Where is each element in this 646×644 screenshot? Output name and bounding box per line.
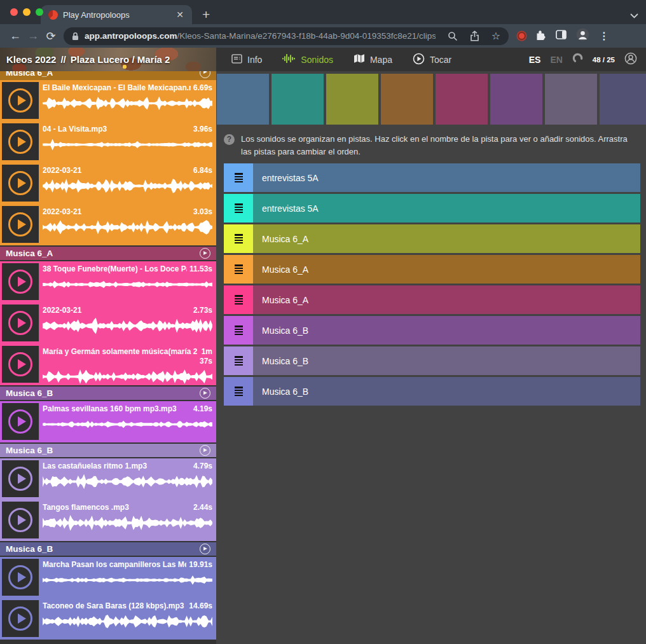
track-color-swatch[interactable] [271,74,324,125]
track-row[interactable]: entrevistas 5A [224,194,640,223]
nav-item-mapa[interactable]: Mapa [354,53,392,65]
clip-waveform[interactable] [43,136,212,153]
drag-handle[interactable] [224,316,253,345]
track-row[interactable]: entrevistas 5A [224,163,640,192]
nav-item-label: Info [247,55,262,65]
track-name[interactable]: Musica 6_B [253,377,640,406]
section-play-icon[interactable] [200,544,210,554]
track-row[interactable]: Musica 6_B [224,346,640,375]
clip-waveform[interactable] [43,276,212,293]
track-name[interactable]: Musica 6_A [253,255,640,284]
language-es-button[interactable]: ES [529,55,541,65]
clip-duration: 1m37s [200,347,212,366]
clip-section-header[interactable]: Musica 6_A [0,247,216,260]
drag-handle[interactable] [224,346,253,375]
back-button[interactable]: ← [6,29,24,43]
drag-handle[interactable] [224,255,253,284]
section-play-icon[interactable] [200,388,210,399]
track-color-swatch[interactable] [490,74,542,125]
clip-name: 04 - La Visita.mp3 [43,125,191,134]
track-name[interactable]: Musica 6_B [253,346,640,375]
track-name[interactable]: entrevistas 5A [253,163,640,192]
clip-waveform[interactable] [43,613,212,630]
clip-waveform[interactable] [43,317,212,334]
account-icon[interactable] [624,52,637,67]
clip-waveform[interactable] [43,219,212,236]
clip-play-button[interactable] [2,206,39,243]
track-row[interactable]: Musica 6_B [224,316,640,345]
clip-waveform[interactable] [43,473,212,490]
browser-tab[interactable]: Play Antropoloops ✕ [41,5,192,24]
minimize-window-button[interactable] [23,8,31,16]
breadcrumb-project[interactable]: Kleos 2022 [6,54,56,65]
language-en-button[interactable]: EN [550,55,562,65]
track-row[interactable]: Musica 6_B [224,377,640,406]
clip-row: 2022-03-21 6.84s [0,163,216,204]
address-bar[interactable]: app.antropoloops.com/Kleos-Santa-Marina/… [64,27,509,45]
lock-icon [72,32,79,41]
track-row[interactable]: Musica 6_A [224,224,640,253]
clip-section-header[interactable]: Musica 6_A [0,71,216,80]
track-color-swatch[interactable] [217,74,269,125]
clip-play-button[interactable] [2,559,39,596]
browser-profile-avatar[interactable] [576,28,589,44]
drag-handle[interactable] [224,194,253,223]
new-tab-button[interactable]: + [202,7,210,22]
section-play-icon[interactable] [200,248,210,259]
clip-play-button[interactable] [2,123,39,160]
clip-waveform[interactable] [43,95,212,112]
share-icon[interactable] [470,31,479,41]
clip-play-button[interactable] [2,460,39,497]
clip-waveform[interactable] [43,177,212,195]
clip-section-header[interactable]: Musica 6_B [0,387,216,400]
drag-handle[interactable] [224,224,253,253]
clip-section-header[interactable]: Musica 6_B [0,542,216,556]
track-color-swatch[interactable] [326,74,378,125]
extensions-puzzle-icon[interactable] [535,29,546,43]
track-name[interactable]: Musica 6_B [253,316,640,345]
drag-handle[interactable] [224,285,253,314]
clip-play-button[interactable] [2,165,39,202]
play-icon [8,311,32,335]
fullscreen-window-button[interactable] [36,8,43,16]
track-color-swatch[interactable] [436,74,488,125]
info-icon [231,54,242,65]
nav-item-info[interactable]: Info [231,54,262,65]
clip-waveform[interactable] [43,368,212,385]
clip-play-button[interactable] [2,305,39,341]
section-play-icon[interactable] [200,71,210,78]
bookmark-star-icon[interactable]: ☆ [491,30,500,42]
clip-waveform[interactable] [43,572,212,589]
clip-play-button[interactable] [2,346,39,383]
side-panel-icon[interactable] [556,30,567,42]
close-window-button[interactable] [10,8,18,16]
drag-handle[interactable] [224,163,253,192]
browser-menu-kebab-icon[interactable]: ⋮ [599,30,609,42]
nav-item-tocar[interactable]: Tocar [413,53,451,67]
track-color-swatch[interactable] [381,74,433,125]
clip-play-button[interactable] [2,600,39,637]
clip-waveform[interactable] [43,514,212,531]
record-extension-icon[interactable] [518,32,526,40]
track-color-swatch[interactable] [545,74,597,125]
track-row[interactable]: Musica 6_A [224,255,640,284]
forward-button[interactable]: → [24,29,42,43]
tab-search-chevron-icon[interactable] [630,10,638,21]
tab-close-icon[interactable]: ✕ [174,10,186,20]
clip-waveform[interactable] [43,416,212,433]
section-play-icon[interactable] [200,445,210,456]
clip-play-button[interactable] [2,263,39,300]
reload-button[interactable]: ⟳ [42,29,60,43]
nav-item-sonidos[interactable]: Sonidos [282,53,333,65]
track-color-swatch[interactable] [600,74,646,125]
clip-play-button[interactable] [2,82,39,119]
clip-section-header[interactable]: Musica 6_B [0,444,216,457]
clip-play-button[interactable] [2,403,39,440]
track-name[interactable]: Musica 6_A [253,285,640,314]
drag-handle[interactable] [224,377,253,406]
track-row[interactable]: Musica 6_A [224,285,640,314]
track-name[interactable]: entrevistas 5A [253,194,640,223]
clip-play-button[interactable] [2,502,39,538]
track-name[interactable]: Musica 6_A [253,224,640,253]
zoom-page-icon[interactable] [448,31,458,41]
